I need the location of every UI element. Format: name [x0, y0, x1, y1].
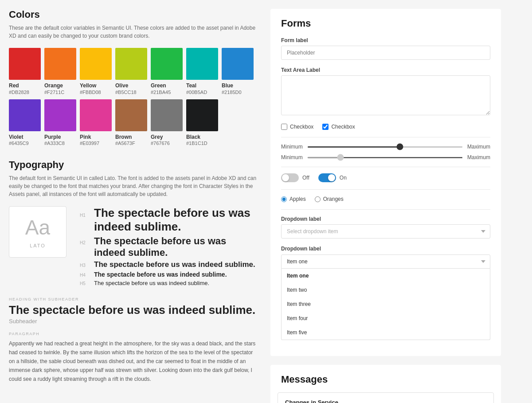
subheader-label: HEADING WITH SUBHEADER: [9, 297, 257, 301]
form-textarea[interactable]: [281, 75, 490, 115]
color-box-violet: [9, 99, 41, 131]
color-hex-blue: #2185D0: [222, 90, 242, 95]
color-hex-olive: #B5CC18: [115, 90, 137, 95]
range-slider-filled[interactable]: [307, 146, 463, 148]
color-box-teal: [186, 48, 218, 80]
toggle-on[interactable]: [318, 173, 336, 182]
color-box-grey: [151, 99, 183, 131]
color-swatch-red: Red #DB2828: [9, 48, 41, 95]
dropdown-item-2[interactable]: Item two: [282, 283, 490, 297]
heading-demos: H1 The spectacle before us was indeed su…: [80, 206, 257, 288]
checkbox-input-1[interactable]: [281, 124, 287, 130]
subheader-text: Subheader: [9, 318, 257, 325]
range-row-filled: Minimum Maximum: [281, 144, 490, 150]
color-name-green: Green: [151, 82, 166, 90]
colors-section-desc: These are the default color variables in…: [9, 24, 257, 40]
min-label-1: Minimum: [281, 144, 303, 150]
color-hex-black: #1B1C1D: [186, 141, 207, 146]
checkbox-input-2[interactable]: [322, 124, 329, 130]
radio-input-oranges[interactable]: [315, 196, 321, 202]
color-swatch-green: Green #21BA45: [151, 48, 183, 95]
forms-section: Forms Form label Text Area Label Checkbo…: [270, 9, 501, 356]
message-card-1: Changes in Service We just updated our p…: [278, 392, 494, 403]
color-swatch-yellow: Yellow #FBBD08: [80, 48, 112, 95]
dropdown-open[interactable]: Item one Item one Item two Item three It…: [281, 254, 490, 340]
h1-tag: H1: [80, 213, 90, 218]
form-input-field: Form label: [281, 37, 490, 60]
color-name-blue: Blue: [222, 82, 233, 90]
h3-tag: H3: [80, 263, 90, 268]
color-row-2: Violet #6435C9 Purple #A333C8 Pink #E039…: [9, 99, 257, 146]
divider-3: [281, 189, 490, 190]
color-swatch-olive: Olive #B5CC18: [115, 48, 147, 95]
color-name-pink: Pink: [80, 134, 91, 141]
h2-tag: H2: [80, 240, 90, 245]
heading-row-h1: H1 The spectacle before us was indeed su…: [80, 206, 257, 234]
color-name-olive: Olive: [115, 82, 128, 90]
color-swatch-teal: Teal #00B5AD: [186, 48, 218, 95]
color-swatch-brown: Brown #A5673F: [115, 99, 147, 146]
toggle-row: Off On: [281, 173, 490, 182]
typography-desc: The default font in Semantic UI in calle…: [9, 174, 257, 198]
radio-row: Apples Oranges: [281, 196, 490, 202]
typography-title: Typography: [9, 159, 257, 171]
message-card-1-title: Changes in Service: [285, 399, 486, 403]
radio-oranges[interactable]: Oranges: [315, 196, 344, 202]
color-hex-green: #21BA45: [151, 90, 171, 95]
color-box-green: [151, 48, 183, 80]
color-name-red: Red: [9, 82, 19, 90]
checkbox-2[interactable]: Checkbox: [322, 124, 355, 130]
toggle-off[interactable]: [281, 173, 299, 182]
toggle-on-group: On: [318, 173, 347, 182]
dropdown-item-4[interactable]: Item four: [282, 311, 490, 325]
checkbox-row: Checkbox Checkbox: [281, 124, 490, 130]
color-hex-orange: #F2711C: [44, 90, 64, 95]
dropdown-field-1: Dropdown label Select dropdown item Item…: [281, 216, 490, 239]
color-box-purple: [44, 99, 76, 131]
checkbox-1[interactable]: Checkbox: [281, 124, 313, 130]
max-label-2: Maximum: [467, 154, 490, 160]
divider-1: [281, 137, 490, 137]
heading-row-h2: H2 The spectacle before us was indeed su…: [80, 235, 257, 258]
paragraph-label: PARAGRAPH: [9, 332, 257, 336]
color-name-purple: Purple: [44, 134, 61, 141]
toggle-knob-off: [282, 174, 289, 181]
divider-2: [281, 167, 490, 167]
dropdown-item-1[interactable]: Item one: [282, 269, 490, 283]
min-label-2: Minimum: [281, 154, 303, 160]
dropdown-selected-value[interactable]: Item one: [281, 254, 490, 269]
h1-text: The spectacle before us was indeed subli…: [94, 206, 257, 234]
color-hex-purple: #A333C8: [44, 141, 65, 146]
typography-demo: Aa LATO H1 The spectacle before us was i…: [9, 206, 257, 288]
dropdown-item-3[interactable]: Item three: [282, 297, 490, 311]
typography-section: Typography The default font in Semantic …: [9, 159, 257, 383]
radio-apples[interactable]: Apples: [281, 196, 306, 202]
dropdown-select-1[interactable]: Select dropdown item Item one Item two I…: [281, 224, 490, 239]
color-name-violet: Violet: [9, 134, 23, 141]
toggle-off-label: Off: [302, 175, 309, 181]
color-box-yellow: [80, 48, 112, 80]
heading-with-subheader: HEADING WITH SUBHEADER The spectacle bef…: [9, 297, 257, 325]
color-swatch-black: Black #1B1C1D: [186, 99, 218, 146]
dropdown-list: Item one Item two Item three Item four I…: [281, 269, 490, 340]
checkbox-label-2: Checkbox: [331, 124, 355, 130]
color-box-red: [9, 48, 41, 80]
form-input[interactable]: [281, 46, 490, 60]
h2-text: The spectacle before us was indeed subli…: [94, 235, 257, 258]
font-aa: Aa: [25, 215, 50, 239]
heading-row-h5: H5 The spectacle before us was indeed su…: [80, 280, 257, 286]
color-name-orange: Orange: [44, 82, 63, 90]
range-slider-light[interactable]: [307, 157, 463, 158]
range-row-light: Minimum Maximum: [281, 154, 490, 160]
h5-tag: H5: [80, 281, 90, 286]
color-name-grey: Grey: [151, 134, 163, 141]
messages-section: Messages Changes in Service We just upda…: [270, 365, 501, 403]
color-swatch-purple: Purple #A333C8: [44, 99, 76, 146]
h4-text: The spectacle before us was indeed subli…: [94, 271, 227, 278]
color-swatch-orange: Orange #F2711C: [44, 48, 76, 95]
dropdown-item-5[interactable]: Item five: [282, 325, 490, 340]
h4-tag: H4: [80, 273, 90, 278]
radio-input-apples[interactable]: [281, 196, 287, 202]
color-hex-teal: #00B5AD: [186, 90, 207, 95]
color-row-1: Red #DB2828 Orange #F2711C Yellow #FBBD0…: [9, 48, 257, 95]
